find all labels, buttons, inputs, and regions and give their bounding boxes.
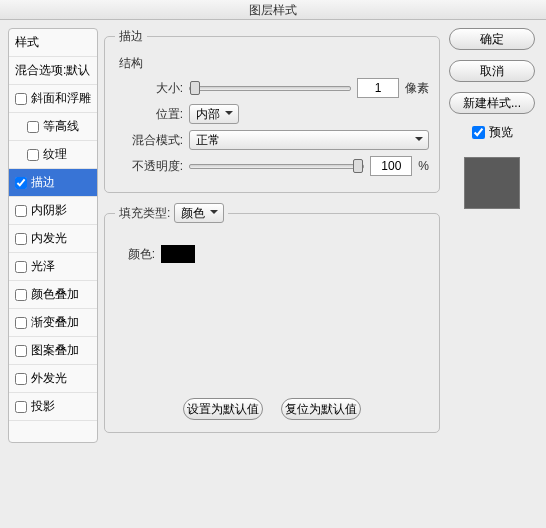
opacity-row: 不透明度: 100 % [115,156,429,176]
position-select[interactable]: 内部 [189,104,239,124]
sidebar-item-check-8[interactable] [15,317,27,329]
sidebar-item-check-6[interactable] [15,261,27,273]
ok-button[interactable]: 确定 [449,28,535,50]
sidebar-item-5[interactable]: 内发光 [9,225,97,253]
blend-select[interactable]: 正常 [189,130,429,150]
cancel-button[interactable]: 取消 [449,60,535,82]
stroke-legend: 描边 [115,28,147,45]
sidebar-item-2[interactable]: 纹理 [9,141,97,169]
fill-legend: 填充类型: 颜色 [115,203,228,223]
set-default-button[interactable]: 设置为默认值 [183,398,263,420]
sidebar-item-10[interactable]: 外发光 [9,365,97,393]
new-style-button[interactable]: 新建样式... [449,92,535,114]
preview-label: 预览 [489,124,513,141]
sidebar-item-9[interactable]: 图案叠加 [9,337,97,365]
position-label: 位置: [115,106,183,123]
sidebar-item-8[interactable]: 渐变叠加 [9,309,97,337]
content: 样式 混合选项:默认 斜面和浮雕等高线纹理描边内阴影内发光光泽颜色叠加渐变叠加图… [0,20,546,451]
center-panel: 描边 结构 大小: 1 像素 位置: 内部 混合模式: 正常 [104,28,440,443]
sidebar-item-3[interactable]: 描边 [9,169,97,197]
size-label: 大小: [115,80,183,97]
position-row: 位置: 内部 [115,104,429,124]
sidebar-item-label: 投影 [31,398,55,415]
right-panel: 确定 取消 新建样式... 预览 [446,28,538,443]
color-swatch[interactable] [161,245,195,263]
preview-checkbox[interactable] [472,126,485,139]
size-slider[interactable] [189,86,351,91]
size-unit: 像素 [405,80,429,97]
sidebar-header: 样式 [9,29,97,57]
size-input[interactable]: 1 [357,78,399,98]
sidebar-item-check-7[interactable] [15,289,27,301]
blend-label: 混合模式: [115,132,183,149]
sidebar-item-label: 外发光 [31,370,67,387]
preview-checkbox-row[interactable]: 预览 [472,124,513,141]
sidebar-item-4[interactable]: 内阴影 [9,197,97,225]
sidebar-item-label: 图案叠加 [31,342,79,359]
sidebar-item-check-0[interactable] [15,93,27,105]
sidebar-item-label: 描边 [31,174,55,191]
fill-fieldset: 填充类型: 颜色 颜色: 设置为默认值 复位为默认值 [104,203,440,433]
sidebar-item-1[interactable]: 等高线 [9,113,97,141]
opacity-unit: % [418,159,429,173]
sidebar-item-label: 渐变叠加 [31,314,79,331]
sidebar-item-check-2[interactable] [27,149,39,161]
sidebar-item-label: 纹理 [43,146,67,163]
sidebar-item-0[interactable]: 斜面和浮雕 [9,85,97,113]
sidebar-item-check-11[interactable] [15,401,27,413]
opacity-input[interactable]: 100 [370,156,412,176]
sidebar-blend-options[interactable]: 混合选项:默认 [9,57,97,85]
preview-swatch [464,157,520,209]
sidebar-item-label: 内发光 [31,230,67,247]
sidebar-item-check-3[interactable] [15,177,27,189]
sidebar-item-check-9[interactable] [15,345,27,357]
opacity-slider[interactable] [189,164,364,169]
window-title: 图层样式 [0,0,546,20]
reset-default-button[interactable]: 复位为默认值 [281,398,361,420]
sidebar-item-check-4[interactable] [15,205,27,217]
sidebar-item-check-1[interactable] [27,121,39,133]
sidebar-item-check-10[interactable] [15,373,27,385]
sidebar-item-label: 等高线 [43,118,79,135]
sidebar-item-label: 颜色叠加 [31,286,79,303]
color-row: 颜色: [115,245,429,263]
blend-row: 混合模式: 正常 [115,130,429,150]
sidebar-item-11[interactable]: 投影 [9,393,97,421]
fill-type-select[interactable]: 颜色 [174,203,224,223]
structure-label: 结构 [119,55,429,72]
color-label: 颜色: [115,246,155,263]
stroke-fieldset: 描边 结构 大小: 1 像素 位置: 内部 混合模式: 正常 [104,28,440,193]
sidebar-item-label: 内阴影 [31,202,67,219]
styles-sidebar: 样式 混合选项:默认 斜面和浮雕等高线纹理描边内阴影内发光光泽颜色叠加渐变叠加图… [8,28,98,443]
opacity-label: 不透明度: [115,158,183,175]
sidebar-item-label: 光泽 [31,258,55,275]
sidebar-item-label: 斜面和浮雕 [31,90,91,107]
size-row: 大小: 1 像素 [115,78,429,98]
sidebar-item-6[interactable]: 光泽 [9,253,97,281]
sidebar-item-7[interactable]: 颜色叠加 [9,281,97,309]
sidebar-item-check-5[interactable] [15,233,27,245]
